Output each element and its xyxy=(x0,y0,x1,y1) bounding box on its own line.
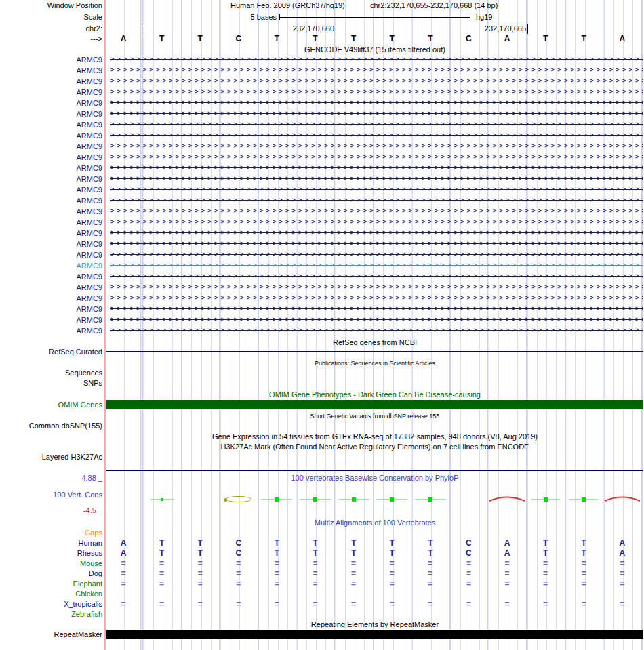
alignment-base[interactable]: T xyxy=(538,548,554,558)
gene-row-label[interactable]: ARMC9 xyxy=(76,239,102,249)
omim-genes-bar[interactable] xyxy=(106,400,643,409)
alignment-match-mark[interactable]: = xyxy=(384,599,400,609)
gene-transcript-row[interactable]: >>>>>>>>>>>>>>>>>>>>>>>>>>>>>>>>>>>>>>>>… xyxy=(110,228,643,238)
gene-row-label[interactable]: ARMC9 xyxy=(76,153,102,162)
gene-row-label[interactable]: ARMC9 xyxy=(76,315,102,325)
sequences-label[interactable]: Sequences xyxy=(65,368,102,378)
alignment-base[interactable]: A xyxy=(115,548,132,558)
gene-transcript-row[interactable]: >>>>>>>>>>>>>>>>>>>>>>>>>>>>>>>>>>>>>>>>… xyxy=(110,217,643,227)
gene-transcript-row[interactable]: >>>>>>>>>>>>>>>>>>>>>>>>>>>>>>>>>>>>>>>>… xyxy=(110,98,643,108)
conservation-point[interactable] xyxy=(352,497,356,502)
alignment-match-mark[interactable]: = xyxy=(614,599,630,609)
alignment-match-mark[interactable]: = xyxy=(307,599,323,609)
gene-transcript-row[interactable]: >>>>>>>>>>>>>>>>>>>>>>>>>>>>>>>>>>>>>>>>… xyxy=(110,314,643,325)
species-label[interactable]: Chicken xyxy=(75,589,102,598)
refseq-curated-label[interactable]: RefSeq Curated xyxy=(49,347,102,357)
conservation-point[interactable] xyxy=(428,497,432,502)
alignment-match-mark[interactable]: = xyxy=(346,579,362,589)
gene-row-label[interactable]: ARMC9 xyxy=(76,66,102,75)
gene-transcript-row[interactable]: >>>>>>>>>>>>>>>>>>>>>>>>>>>>>>>>>>>>>>>>… xyxy=(110,130,643,140)
conservation-point[interactable] xyxy=(313,497,317,502)
gene-row-label[interactable]: ARMC9 xyxy=(76,196,102,205)
gene-transcript-row[interactable]: >>>>>>>>>>>>>>>>>>>>>>>>>>>>>>>>>>>>>>>>… xyxy=(110,163,643,173)
alignment-match-mark[interactable]: = xyxy=(576,599,592,609)
gene-row-label[interactable]: ARMC9 xyxy=(76,207,102,216)
alignment-base[interactable]: T xyxy=(384,548,400,558)
gene-row-label[interactable]: ARMC9 xyxy=(76,131,102,140)
alignment-match-mark[interactable]: = xyxy=(384,558,400,569)
alignment-match-mark[interactable]: = xyxy=(422,579,439,589)
alignment-base[interactable]: T xyxy=(268,538,285,548)
alignment-match-mark[interactable]: = xyxy=(268,558,285,569)
alignment-base[interactable]: A xyxy=(115,538,132,548)
alignment-match-mark[interactable]: = xyxy=(307,579,323,589)
gene-row-label[interactable]: ARMC9 xyxy=(76,304,102,314)
gene-row-label[interactable]: ARMC9 xyxy=(76,174,102,184)
alignment-base[interactable]: T xyxy=(268,548,285,558)
alignment-match-mark[interactable]: = xyxy=(576,569,592,579)
gene-row-label[interactable]: ARMC9 xyxy=(76,218,102,227)
gene-row-label[interactable]: ARMC9 xyxy=(76,250,102,260)
gene-transcript-row[interactable]: >>>>>>>>>>>>>>>>>>>>>>>>>>>>>>>>>>>>>>>>… xyxy=(110,119,643,129)
alignment-match-mark[interactable]: = xyxy=(538,579,554,589)
alignment-base[interactable]: T xyxy=(346,548,362,558)
gene-transcript-row[interactable]: >>>>>>>>>>>>>>>>>>>>>>>>>>>>>>>>>>>>>>>>… xyxy=(110,108,643,119)
conservation-ellipse-cap[interactable] xyxy=(224,498,227,502)
alignment-match-mark[interactable]: = xyxy=(115,579,132,589)
gene-transcript-row[interactable]: >>>>>>>>>>>>>>>>>>>>>>>>>>>>>>>>>>>>>>>>… xyxy=(110,325,643,336)
alignment-base[interactable]: A xyxy=(499,548,515,558)
gene-row-label[interactable]: ARMC9 xyxy=(76,163,102,173)
alignment-base[interactable]: C xyxy=(230,538,247,548)
alignment-match-mark[interactable]: = xyxy=(268,569,285,579)
gene-row-label[interactable]: ARMC9 xyxy=(76,142,102,151)
alignment-match-mark[interactable]: = xyxy=(115,558,132,569)
gene-row-label[interactable]: ARMC9 xyxy=(76,87,102,97)
species-label[interactable]: Zebrafish xyxy=(71,609,102,619)
alignment-base[interactable]: C xyxy=(460,538,477,548)
alignment-match-mark[interactable]: = xyxy=(346,569,362,579)
alignment-base[interactable]: T xyxy=(384,538,400,548)
gene-transcript-row[interactable]: >>>>>>>>>>>>>>>>>>>>>>>>>>>>>>>>>>>>>>>>… xyxy=(110,282,643,292)
gene-row-label[interactable]: ARMC9 xyxy=(76,77,102,86)
gene-transcript-row[interactable]: >>>>>>>>>>>>>>>>>>>>>>>>>>>>>>>>>>>>>>>>… xyxy=(110,174,643,184)
conservation-point[interactable] xyxy=(390,497,394,502)
gene-row-label[interactable]: ARMC9 xyxy=(76,283,102,292)
alignment-match-mark[interactable]: = xyxy=(499,558,515,569)
conservation-point[interactable] xyxy=(544,497,548,502)
gene-row-label[interactable]: ARMC9 xyxy=(76,228,102,238)
alignment-base[interactable]: T xyxy=(346,538,362,548)
alignment-match-mark[interactable]: = xyxy=(192,569,208,579)
alignment-base[interactable]: A xyxy=(499,538,515,548)
alignment-match-mark[interactable]: = xyxy=(614,579,630,589)
alignment-match-mark[interactable]: = xyxy=(346,599,362,609)
alignment-base[interactable]: T xyxy=(422,538,439,548)
alignment-match-mark[interactable]: = xyxy=(154,599,170,609)
species-label[interactable]: Dog xyxy=(89,569,102,578)
alignment-base[interactable]: T xyxy=(154,538,170,548)
layered-h3k27ac-label[interactable]: Layered H3K27Ac xyxy=(42,452,102,462)
gene-transcript-row[interactable]: >>>>>>>>>>>>>>>>>>>>>>>>>>>>>>>>>>>>>>>>… xyxy=(110,195,643,205)
gene-transcript-row[interactable]: >>>>>>>>>>>>>>>>>>>>>>>>>>>>>>>>>>>>>>>>… xyxy=(110,293,643,303)
gene-transcript-row[interactable]: >>>>>>>>>>>>>>>>>>>>>>>>>>>>>>>>>>>>>>>>… xyxy=(110,304,643,314)
gene-row-label[interactable]: ARMC9 xyxy=(76,326,102,336)
species-label[interactable]: X_tropicalis xyxy=(64,599,102,609)
alignment-match-mark[interactable]: = xyxy=(614,558,630,569)
alignment-match-mark[interactable]: = xyxy=(192,579,208,589)
gene-row-label[interactable]: ARMC9 xyxy=(76,293,102,303)
alignment-base[interactable]: A xyxy=(614,538,630,548)
alignment-match-mark[interactable]: = xyxy=(422,599,439,609)
alignment-match-mark[interactable]: = xyxy=(115,599,132,609)
alignment-base[interactable]: T xyxy=(154,548,170,558)
alignment-match-mark[interactable]: = xyxy=(538,558,554,569)
conservation-negative-arc[interactable] xyxy=(604,493,641,502)
gene-transcript-row[interactable]: >>>>>>>>>>>>>>>>>>>>>>>>>>>>>>>>>>>>>>>>… xyxy=(110,141,643,151)
alignment-match-mark[interactable]: = xyxy=(614,569,630,579)
alignment-match-mark[interactable]: = xyxy=(346,558,362,569)
alignment-match-mark[interactable]: = xyxy=(154,558,170,569)
alignment-match-mark[interactable]: = xyxy=(230,558,247,569)
gene-transcript-row[interactable]: >>>>>>>>>>>>>>>>>>>>>>>>>>>>>>>>>>>>>>>>… xyxy=(110,87,643,97)
gene-row-label[interactable]: ARMC9 xyxy=(76,98,102,108)
refseq-curated-item[interactable] xyxy=(106,351,643,352)
alignment-base[interactable]: T xyxy=(192,548,208,558)
snps-label[interactable]: SNPs xyxy=(83,378,102,388)
